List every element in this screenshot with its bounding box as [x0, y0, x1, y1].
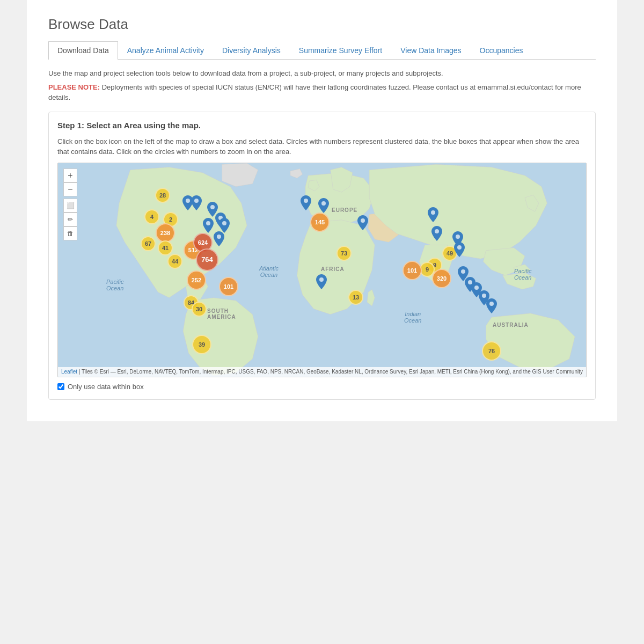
cluster-17[interactable]: 13: [348, 290, 363, 305]
svg-point-12: [435, 229, 439, 233]
cluster-0[interactable]: 28: [155, 188, 170, 203]
svg-point-15: [461, 269, 465, 274]
cluster-13[interactable]: 30: [192, 302, 207, 317]
svg-point-1: [186, 199, 190, 203]
cluster-8[interactable]: 764: [196, 248, 218, 271]
cluster-1[interactable]: 4: [144, 209, 159, 224]
marker-5[interactable]: [219, 218, 230, 233]
marker-6[interactable]: [214, 231, 224, 246]
info-main-text: Use the map and project selection tools …: [48, 68, 596, 79]
zoom-in-button[interactable]: +: [63, 169, 77, 182]
marker-13[interactable]: [454, 242, 465, 257]
tab-images[interactable]: View Data Images: [391, 41, 470, 59]
cluster-10[interactable]: 252: [187, 270, 206, 290]
svg-point-5: [206, 221, 210, 225]
map-attribution: Leaflet | Tiles © Esri — Esri, DeLorme, …: [58, 367, 586, 377]
marker-4[interactable]: [203, 218, 214, 233]
svg-point-18: [482, 294, 486, 298]
page-title: Browse Data: [48, 16, 596, 33]
tab-download[interactable]: Download Data: [48, 41, 118, 60]
tiles-text: | Tiles © Esri — Esri, DeLorme, NAVTEQ, …: [77, 369, 583, 375]
svg-point-20: [319, 277, 324, 282]
cluster-4[interactable]: 67: [141, 236, 156, 251]
page-wrapper: Browse Data Download Data Analyze Animal…: [27, 0, 617, 421]
svg-point-8: [304, 199, 308, 203]
map-instruction: Click on the box icon on the left of the…: [57, 136, 587, 157]
marker-8[interactable]: [318, 198, 329, 213]
svg-point-6: [222, 221, 226, 225]
cluster-23[interactable]: 76: [482, 341, 501, 361]
cluster-14[interactable]: 39: [192, 335, 211, 354]
note-label: PLEASE NOTE:: [48, 83, 100, 91]
cluster-22[interactable]: 320: [432, 269, 451, 288]
step1-container: Step 1: Select an Area using the map. Cl…: [48, 112, 596, 400]
tab-diversity[interactable]: Diversity Analysis: [213, 41, 290, 59]
tab-survey[interactable]: Summarize Survey Effort: [290, 41, 391, 59]
trash-button[interactable]: 🗑: [63, 226, 77, 240]
zoom-out-button[interactable]: −: [63, 182, 77, 196]
map-controls: + − ⬜ ✏ 🗑: [63, 169, 77, 240]
svg-point-17: [474, 286, 479, 290]
cluster-9[interactable]: 44: [167, 254, 182, 269]
marker-11[interactable]: [431, 226, 442, 241]
svg-point-3: [210, 205, 215, 209]
checkbox-row: Only use data within box: [57, 383, 587, 391]
tab-occupancies[interactable]: Occupancies: [471, 41, 532, 59]
svg-point-19: [489, 302, 494, 306]
cluster-16[interactable]: 73: [336, 246, 352, 261]
note-body: Deployments with species of special IUCN…: [48, 83, 581, 102]
marker-9[interactable]: [357, 215, 368, 230]
tabs-container: Download Data Analyze Animal Activity Di…: [48, 41, 596, 60]
cluster-5[interactable]: 41: [158, 240, 173, 255]
marker-10[interactable]: [428, 207, 438, 222]
svg-point-13: [456, 235, 460, 239]
svg-point-9: [321, 201, 326, 206]
svg-point-10: [361, 218, 365, 223]
map-container[interactable]: + − ⬜ ✏ 🗑 PacificOcean AtlanticOcean Pac…: [57, 163, 587, 377]
cluster-15[interactable]: 145: [310, 213, 330, 232]
step1-title: Step 1: Select an Area using the map.: [57, 121, 587, 130]
within-box-label[interactable]: Only use data within box: [68, 383, 144, 391]
svg-point-2: [194, 199, 199, 203]
cluster-3[interactable]: 238: [156, 223, 175, 243]
marker-18[interactable]: [486, 298, 497, 313]
leaflet-link[interactable]: Leaflet: [61, 369, 77, 375]
please-note-text: PLEASE NOTE: Deployments with species of…: [48, 82, 596, 103]
cluster-11[interactable]: 101: [219, 277, 238, 296]
cluster-21[interactable]: 101: [402, 261, 422, 280]
edit-button[interactable]: ✏: [63, 213, 77, 226]
tab-activity[interactable]: Analyze Animal Activity: [118, 41, 213, 59]
marker-19[interactable]: [316, 274, 327, 289]
svg-point-14: [457, 245, 462, 250]
draw-box-button[interactable]: ⬜: [63, 199, 77, 213]
marker-7[interactable]: [301, 195, 311, 210]
svg-point-11: [431, 210, 435, 215]
within-box-checkbox[interactable]: [57, 383, 64, 390]
marker-1[interactable]: [191, 195, 202, 210]
svg-point-7: [217, 235, 221, 239]
